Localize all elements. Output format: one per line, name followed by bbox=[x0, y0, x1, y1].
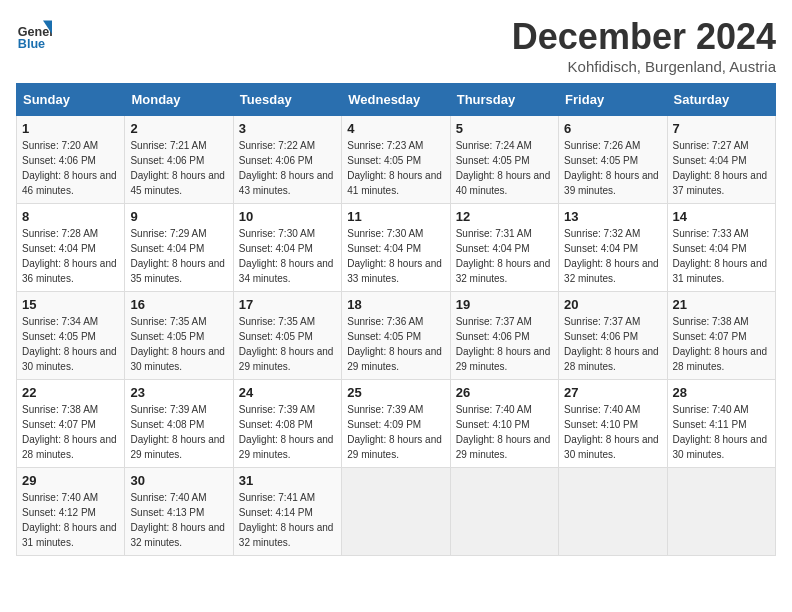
calendar-cell: 17Sunrise: 7:35 AMSunset: 4:05 PMDayligh… bbox=[233, 292, 341, 380]
calendar-cell: 11Sunrise: 7:30 AMSunset: 4:04 PMDayligh… bbox=[342, 204, 450, 292]
calendar-cell: 10Sunrise: 7:30 AMSunset: 4:04 PMDayligh… bbox=[233, 204, 341, 292]
calendar-week-row: 15Sunrise: 7:34 AMSunset: 4:05 PMDayligh… bbox=[17, 292, 776, 380]
day-number: 2 bbox=[130, 121, 227, 136]
calendar-cell: 28Sunrise: 7:40 AMSunset: 4:11 PMDayligh… bbox=[667, 380, 775, 468]
day-info: Sunrise: 7:24 AMSunset: 4:05 PMDaylight:… bbox=[456, 138, 553, 198]
calendar-week-row: 29Sunrise: 7:40 AMSunset: 4:12 PMDayligh… bbox=[17, 468, 776, 556]
day-number: 7 bbox=[673, 121, 770, 136]
day-number: 9 bbox=[130, 209, 227, 224]
day-info: Sunrise: 7:26 AMSunset: 4:05 PMDaylight:… bbox=[564, 138, 661, 198]
weekday-header-monday: Monday bbox=[125, 84, 233, 116]
day-info: Sunrise: 7:23 AMSunset: 4:05 PMDaylight:… bbox=[347, 138, 444, 198]
day-info: Sunrise: 7:36 AMSunset: 4:05 PMDaylight:… bbox=[347, 314, 444, 374]
day-number: 15 bbox=[22, 297, 119, 312]
day-info: Sunrise: 7:38 AMSunset: 4:07 PMDaylight:… bbox=[22, 402, 119, 462]
calendar-week-row: 22Sunrise: 7:38 AMSunset: 4:07 PMDayligh… bbox=[17, 380, 776, 468]
day-number: 13 bbox=[564, 209, 661, 224]
calendar-table: SundayMondayTuesdayWednesdayThursdayFrid… bbox=[16, 83, 776, 556]
day-number: 30 bbox=[130, 473, 227, 488]
calendar-cell bbox=[667, 468, 775, 556]
calendar-week-row: 8Sunrise: 7:28 AMSunset: 4:04 PMDaylight… bbox=[17, 204, 776, 292]
day-number: 11 bbox=[347, 209, 444, 224]
day-number: 26 bbox=[456, 385, 553, 400]
day-number: 28 bbox=[673, 385, 770, 400]
day-info: Sunrise: 7:40 AMSunset: 4:10 PMDaylight:… bbox=[564, 402, 661, 462]
calendar-cell: 30Sunrise: 7:40 AMSunset: 4:13 PMDayligh… bbox=[125, 468, 233, 556]
day-info: Sunrise: 7:32 AMSunset: 4:04 PMDaylight:… bbox=[564, 226, 661, 286]
day-info: Sunrise: 7:31 AMSunset: 4:04 PMDaylight:… bbox=[456, 226, 553, 286]
day-number: 6 bbox=[564, 121, 661, 136]
weekday-header-thursday: Thursday bbox=[450, 84, 558, 116]
day-info: Sunrise: 7:39 AMSunset: 4:08 PMDaylight:… bbox=[130, 402, 227, 462]
calendar-cell: 25Sunrise: 7:39 AMSunset: 4:09 PMDayligh… bbox=[342, 380, 450, 468]
day-number: 22 bbox=[22, 385, 119, 400]
day-info: Sunrise: 7:22 AMSunset: 4:06 PMDaylight:… bbox=[239, 138, 336, 198]
day-number: 19 bbox=[456, 297, 553, 312]
calendar-cell: 29Sunrise: 7:40 AMSunset: 4:12 PMDayligh… bbox=[17, 468, 125, 556]
day-info: Sunrise: 7:30 AMSunset: 4:04 PMDaylight:… bbox=[239, 226, 336, 286]
day-info: Sunrise: 7:35 AMSunset: 4:05 PMDaylight:… bbox=[239, 314, 336, 374]
weekday-header-saturday: Saturday bbox=[667, 84, 775, 116]
calendar-cell: 5Sunrise: 7:24 AMSunset: 4:05 PMDaylight… bbox=[450, 116, 558, 204]
calendar-cell bbox=[559, 468, 667, 556]
calendar-cell: 22Sunrise: 7:38 AMSunset: 4:07 PMDayligh… bbox=[17, 380, 125, 468]
weekday-header-tuesday: Tuesday bbox=[233, 84, 341, 116]
calendar-cell: 23Sunrise: 7:39 AMSunset: 4:08 PMDayligh… bbox=[125, 380, 233, 468]
day-info: Sunrise: 7:35 AMSunset: 4:05 PMDaylight:… bbox=[130, 314, 227, 374]
calendar-cell: 8Sunrise: 7:28 AMSunset: 4:04 PMDaylight… bbox=[17, 204, 125, 292]
day-number: 5 bbox=[456, 121, 553, 136]
day-number: 23 bbox=[130, 385, 227, 400]
day-number: 4 bbox=[347, 121, 444, 136]
weekday-header-row: SundayMondayTuesdayWednesdayThursdayFrid… bbox=[17, 84, 776, 116]
month-title: December 2024 bbox=[512, 16, 776, 58]
day-number: 18 bbox=[347, 297, 444, 312]
day-info: Sunrise: 7:20 AMSunset: 4:06 PMDaylight:… bbox=[22, 138, 119, 198]
day-number: 27 bbox=[564, 385, 661, 400]
day-number: 29 bbox=[22, 473, 119, 488]
calendar-cell: 4Sunrise: 7:23 AMSunset: 4:05 PMDaylight… bbox=[342, 116, 450, 204]
day-number: 3 bbox=[239, 121, 336, 136]
day-info: Sunrise: 7:37 AMSunset: 4:06 PMDaylight:… bbox=[456, 314, 553, 374]
svg-text:Blue: Blue bbox=[18, 37, 45, 51]
calendar-week-row: 1Sunrise: 7:20 AMSunset: 4:06 PMDaylight… bbox=[17, 116, 776, 204]
day-info: Sunrise: 7:37 AMSunset: 4:06 PMDaylight:… bbox=[564, 314, 661, 374]
day-number: 24 bbox=[239, 385, 336, 400]
calendar-cell: 7Sunrise: 7:27 AMSunset: 4:04 PMDaylight… bbox=[667, 116, 775, 204]
day-number: 12 bbox=[456, 209, 553, 224]
day-number: 8 bbox=[22, 209, 119, 224]
calendar-cell bbox=[450, 468, 558, 556]
title-block: December 2024 Kohfidisch, Burgenland, Au… bbox=[512, 16, 776, 75]
calendar-cell: 12Sunrise: 7:31 AMSunset: 4:04 PMDayligh… bbox=[450, 204, 558, 292]
day-info: Sunrise: 7:39 AMSunset: 4:08 PMDaylight:… bbox=[239, 402, 336, 462]
day-info: Sunrise: 7:29 AMSunset: 4:04 PMDaylight:… bbox=[130, 226, 227, 286]
weekday-header-sunday: Sunday bbox=[17, 84, 125, 116]
weekday-header-friday: Friday bbox=[559, 84, 667, 116]
day-info: Sunrise: 7:38 AMSunset: 4:07 PMDaylight:… bbox=[673, 314, 770, 374]
calendar-cell: 1Sunrise: 7:20 AMSunset: 4:06 PMDaylight… bbox=[17, 116, 125, 204]
logo: General Blue bbox=[16, 16, 56, 52]
calendar-cell: 6Sunrise: 7:26 AMSunset: 4:05 PMDaylight… bbox=[559, 116, 667, 204]
logo-icon: General Blue bbox=[16, 16, 52, 52]
day-info: Sunrise: 7:40 AMSunset: 4:11 PMDaylight:… bbox=[673, 402, 770, 462]
day-info: Sunrise: 7:40 AMSunset: 4:10 PMDaylight:… bbox=[456, 402, 553, 462]
day-number: 16 bbox=[130, 297, 227, 312]
location: Kohfidisch, Burgenland, Austria bbox=[512, 58, 776, 75]
calendar-cell: 27Sunrise: 7:40 AMSunset: 4:10 PMDayligh… bbox=[559, 380, 667, 468]
calendar-cell: 26Sunrise: 7:40 AMSunset: 4:10 PMDayligh… bbox=[450, 380, 558, 468]
day-info: Sunrise: 7:27 AMSunset: 4:04 PMDaylight:… bbox=[673, 138, 770, 198]
day-info: Sunrise: 7:33 AMSunset: 4:04 PMDaylight:… bbox=[673, 226, 770, 286]
day-number: 21 bbox=[673, 297, 770, 312]
day-info: Sunrise: 7:39 AMSunset: 4:09 PMDaylight:… bbox=[347, 402, 444, 462]
weekday-header-wednesday: Wednesday bbox=[342, 84, 450, 116]
calendar-cell: 19Sunrise: 7:37 AMSunset: 4:06 PMDayligh… bbox=[450, 292, 558, 380]
day-info: Sunrise: 7:40 AMSunset: 4:13 PMDaylight:… bbox=[130, 490, 227, 550]
calendar-cell: 15Sunrise: 7:34 AMSunset: 4:05 PMDayligh… bbox=[17, 292, 125, 380]
day-info: Sunrise: 7:28 AMSunset: 4:04 PMDaylight:… bbox=[22, 226, 119, 286]
day-info: Sunrise: 7:40 AMSunset: 4:12 PMDaylight:… bbox=[22, 490, 119, 550]
calendar-cell bbox=[342, 468, 450, 556]
day-info: Sunrise: 7:30 AMSunset: 4:04 PMDaylight:… bbox=[347, 226, 444, 286]
calendar-cell: 20Sunrise: 7:37 AMSunset: 4:06 PMDayligh… bbox=[559, 292, 667, 380]
day-number: 20 bbox=[564, 297, 661, 312]
calendar-cell: 2Sunrise: 7:21 AMSunset: 4:06 PMDaylight… bbox=[125, 116, 233, 204]
calendar-cell: 31Sunrise: 7:41 AMSunset: 4:14 PMDayligh… bbox=[233, 468, 341, 556]
